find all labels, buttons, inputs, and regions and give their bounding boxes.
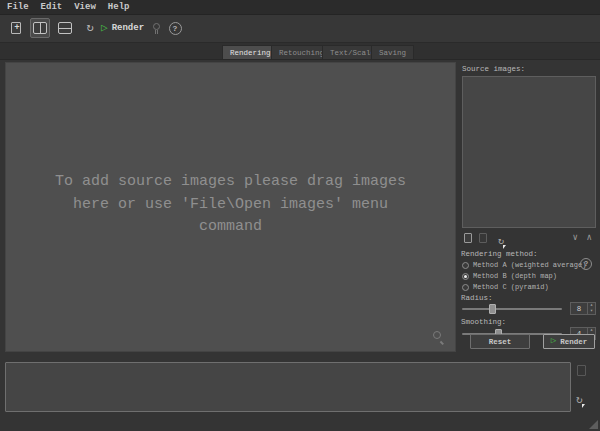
reset-button[interactable]: Reset	[470, 334, 530, 349]
helicon-focus-window: File Edit View Help + ↻ ▷ Render ? Rende…	[0, 0, 600, 431]
radius-label: Radius:	[461, 294, 493, 302]
rotate-image-button[interactable]: ↻	[498, 231, 504, 249]
smoothing-label: Smoothing:	[461, 318, 506, 326]
radius-spin-down[interactable]: ▾	[588, 309, 595, 315]
bottom-rotate-button[interactable]: ↻	[576, 390, 583, 408]
radius-slider-track[interactable]	[462, 308, 562, 310]
render-button-label: Render	[560, 338, 587, 346]
move-down-button[interactable]: ∨	[573, 232, 578, 243]
radius-slider-row: 8 ▴ ▾	[462, 303, 596, 315]
horizontal-split-view-button[interactable]	[55, 18, 75, 38]
vertical-split-icon	[33, 22, 47, 34]
horizontal-split-icon	[58, 22, 72, 34]
tab-bar: Rendering Retouching Text/Scale Saving	[0, 43, 600, 60]
method-b-label: Method B (depth map)	[473, 272, 557, 280]
radius-slider-handle[interactable]	[489, 304, 496, 314]
magnifier-icon[interactable]	[433, 331, 445, 343]
reset-button-label: Reset	[489, 338, 512, 346]
remove-image-icon[interactable]	[479, 233, 487, 243]
tab-saving[interactable]: Saving	[371, 45, 414, 59]
document-icon[interactable]	[577, 365, 586, 376]
menu-edit[interactable]: Edit	[41, 2, 71, 12]
method-b-radio[interactable]	[462, 273, 469, 280]
method-c-option[interactable]: Method C (pyramid)	[462, 282, 549, 292]
drop-hint-text: To add source images please drag images …	[6, 171, 455, 239]
help-button[interactable]: ?	[165, 18, 185, 38]
bottom-panel: ↻	[0, 352, 600, 431]
method-b-option[interactable]: Method B (depth map)	[462, 271, 557, 281]
menu-view[interactable]: View	[74, 2, 104, 12]
menu-help[interactable]: Help	[108, 2, 138, 12]
source-images-list[interactable]	[462, 76, 596, 228]
source-list-toolbar: ↻ ∨ ∧	[462, 232, 596, 245]
source-images-label: Source images:	[462, 65, 525, 73]
add-image-icon[interactable]	[464, 233, 472, 243]
render-toolbar-label: Render	[112, 23, 144, 33]
method-a-radio[interactable]	[462, 262, 469, 269]
right-panel: Source images: ↻ ∨ ∧ Rendering method: M…	[458, 60, 600, 352]
play-icon: ▷	[551, 337, 556, 346]
menu-bar: File Edit View Help	[0, 0, 600, 15]
method-help-icon[interactable]: ?	[580, 258, 592, 270]
method-c-label: Method C (pyramid)	[473, 283, 549, 291]
output-log-box[interactable]	[5, 362, 571, 412]
render-button[interactable]: ▷ Render	[543, 334, 595, 349]
method-a-label: Method A (weighted average)	[473, 261, 586, 269]
render-toolbar-button[interactable]: ▷ Render	[95, 18, 150, 38]
move-up-button[interactable]: ∧	[587, 232, 592, 243]
radius-value: 8	[571, 305, 587, 313]
open-images-button[interactable]: +	[6, 18, 26, 38]
wand-button[interactable]	[146, 18, 166, 38]
help-icon: ?	[169, 22, 182, 35]
radius-spinbox[interactable]: 8 ▴ ▾	[570, 302, 596, 315]
window-resize-grip[interactable]	[589, 420, 598, 429]
rendering-method-label: Rendering method:	[461, 250, 538, 258]
toolbar: + ↻ ▷ Render ?	[0, 15, 600, 43]
play-icon: ▷	[101, 23, 108, 34]
refresh-icon: ↻	[86, 22, 93, 34]
vertical-split-view-button[interactable]	[30, 18, 50, 38]
new-document-icon: +	[11, 22, 21, 34]
menu-file[interactable]: File	[7, 2, 37, 12]
method-c-radio[interactable]	[462, 284, 469, 291]
method-a-option[interactable]: Method A (weighted average)	[462, 260, 586, 270]
lamp-icon	[153, 23, 160, 34]
image-canvas[interactable]: To add source images please drag images …	[5, 62, 456, 352]
